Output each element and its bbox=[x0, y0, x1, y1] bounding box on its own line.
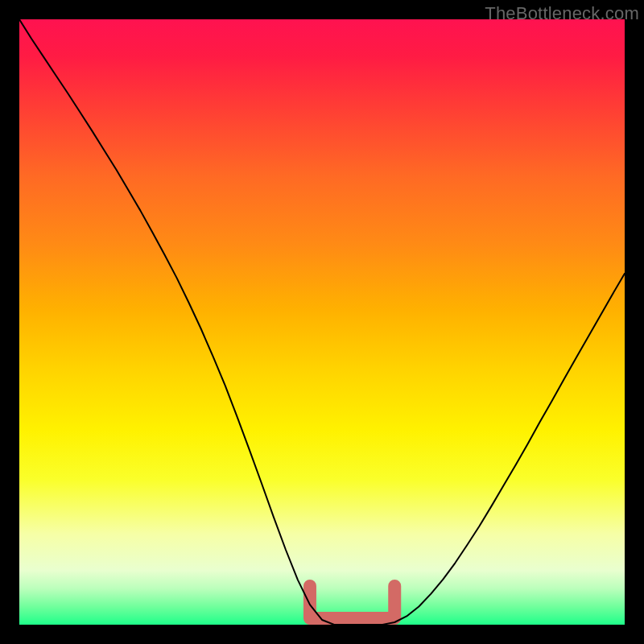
highlight-patch bbox=[310, 586, 394, 618]
bottleneck-curve bbox=[19, 19, 625, 625]
watermark-text: TheBottleneck.com bbox=[485, 3, 639, 24]
chart-svg bbox=[19, 19, 625, 625]
plot-area bbox=[19, 19, 625, 625]
chart-container: TheBottleneck.com bbox=[0, 0, 644, 644]
